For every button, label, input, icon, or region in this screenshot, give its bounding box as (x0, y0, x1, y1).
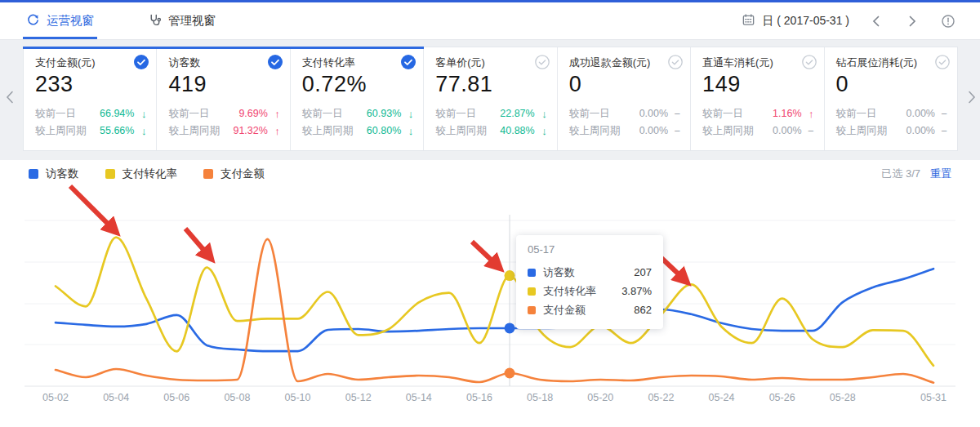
x-axis-label: 05-22 (648, 392, 674, 403)
tooltip-value: 207 (634, 263, 652, 282)
tooltip-row-visitors: 访客数 207 (528, 263, 652, 282)
metric-select-check-icon[interactable] (935, 55, 950, 69)
metric-card[interactable]: 直通车消耗(元) 149 较前一日1.16%↑较上周同期0.00%− (691, 47, 824, 150)
cards-scroll-left-button[interactable] (4, 90, 16, 108)
metric-select-check-icon[interactable] (535, 55, 550, 69)
change-value: 0.00% (639, 105, 668, 122)
calendar-icon (742, 13, 755, 29)
metric-card[interactable]: 钻石展位消耗(元) 0 较前一日0.00%−较上周同期0.00%− (825, 47, 957, 150)
metric-title: 客单价(元) (435, 56, 546, 69)
metric-value: 233 (35, 70, 146, 98)
x-axis-label: 05-04 (103, 392, 129, 403)
annotation-arrow (472, 242, 492, 260)
annotation-arrow (662, 258, 679, 274)
metric-change-row: 较前一日9.69%↑ (168, 105, 279, 122)
x-axis-label: 05-08 (224, 392, 250, 403)
metric-card[interactable]: 成功退款金额(元) 0 较前一日0.00%−较上周同期0.00%− (558, 47, 691, 150)
metric-change-row: 较上周同期0.00%− (836, 122, 947, 140)
tooltip-label: 支付转化率 (543, 282, 596, 300)
change-value: 9.69% (238, 105, 267, 122)
legend-item-visitors[interactable]: 访客数 (29, 167, 79, 181)
trend-line-chart: 05-0205-0405-0605-0805-1005-1205-1405-16… (0, 184, 980, 427)
metric-card[interactable]: 支付转化率 0.72% 较前一日60.93%↓较上周同期60.80%↓ (291, 47, 424, 150)
metric-change-row: 较上周同期60.80%↓ (302, 122, 413, 140)
tooltip-label: 访客数 (543, 263, 575, 282)
change-label: 较前一日 (836, 105, 877, 122)
change-value: 91.32% (233, 122, 267, 140)
metric-card[interactable]: 访客数 419 较前一日9.69%↑较上周同期91.32%↑ (157, 47, 290, 150)
metric-change-row: 较上周同期0.00%− (702, 122, 813, 140)
metric-changes: 较前一日0.00%−较上周同期0.00%− (836, 105, 947, 140)
legend-label: 支付转化率 (122, 167, 178, 181)
visitors-color-swatch (528, 269, 536, 277)
metric-change-row: 较前一日1.16%↑ (702, 105, 813, 122)
metric-title: 访客数 (168, 56, 279, 69)
arrow-up-icon: ↑ (802, 105, 814, 122)
x-axis-label: 05-10 (285, 392, 311, 403)
change-value: 0.00% (906, 122, 935, 140)
metric-change-row: 较上周同期91.32%↑ (168, 122, 279, 140)
metric-select-check-icon[interactable] (134, 55, 149, 69)
cards-scroll-right-button[interactable] (966, 90, 978, 108)
metric-changes: 较前一日1.16%↑较上周同期0.00%− (702, 105, 813, 140)
metric-change-row: 较前一日22.87%↓ (435, 105, 546, 122)
sync-circle-icon (26, 13, 40, 29)
metric-card[interactable]: 支付金额(元) 233 较前一日66.94%↓较上周同期55.66%↓ (24, 47, 157, 150)
change-value: 0.00% (773, 122, 801, 140)
x-axis-label: 05-20 (587, 392, 613, 403)
x-axis-label: 05-28 (830, 392, 856, 403)
metric-title: 钻石展位消耗(元) (836, 56, 947, 69)
change-label: 较前一日 (302, 105, 343, 122)
arrow-down-icon: ↓ (401, 122, 413, 140)
tab-operations-view[interactable]: 运营视窗 (23, 2, 97, 39)
change-value: 66.94% (100, 105, 134, 122)
metric-select-check-icon[interactable] (802, 55, 817, 69)
date-label: 日 ( 2017-05-31 ) (762, 14, 849, 29)
metric-change-row: 较前一日0.00%− (569, 105, 680, 122)
x-axis-label: 05-14 (406, 392, 432, 403)
metric-changes: 较前一日9.69%↑较上周同期91.32%↑ (168, 105, 279, 140)
change-label: 较上周同期 (435, 122, 487, 140)
reset-link[interactable]: 重置 (930, 167, 951, 181)
annotation-arrow (70, 186, 109, 225)
metric-change-row: 较上周同期0.00%− (569, 122, 680, 140)
metric-changes: 较前一日22.87%↓较上周同期40.88%↓ (435, 105, 546, 140)
metric-changes: 较前一日60.93%↓较上周同期60.80%↓ (302, 105, 413, 140)
metric-select-check-icon[interactable] (668, 55, 683, 69)
arrow-up-icon: ↑ (268, 105, 280, 122)
next-day-button[interactable] (903, 12, 921, 30)
tooltip-row-conversion: 支付转化率 3.87% (528, 282, 652, 300)
metric-title: 成功退款金额(元) (569, 56, 680, 69)
change-label: 较上周同期 (302, 122, 354, 140)
change-label: 较前一日 (569, 105, 610, 122)
info-icon[interactable] (939, 12, 957, 30)
metric-change-row: 较上周同期40.88%↓ (435, 122, 546, 140)
legend-item-conversion-rate[interactable]: 支付转化率 (105, 167, 178, 181)
metric-card[interactable]: 客单价(元) 77.81 较前一日22.87%↓较上周同期40.88%↓ (424, 47, 557, 150)
header-right-controls: 日 ( 2017-05-31 ) (742, 2, 957, 39)
previous-day-button[interactable] (867, 12, 885, 30)
arrow-up-icon: ↑ (268, 122, 280, 140)
legend-label: 支付金额 (220, 167, 265, 181)
x-axis-label: 05-02 (42, 392, 69, 403)
metric-value: 0.72% (302, 70, 413, 98)
conversion-color-swatch (528, 287, 536, 296)
tab-label: 管理视窗 (168, 13, 216, 29)
x-axis-label: 05-18 (527, 392, 553, 403)
legend-right-controls: 已选 3/7 重置 (881, 167, 980, 181)
tab-management-view[interactable]: 管理视窗 (145, 2, 219, 39)
change-value: 60.80% (367, 122, 401, 140)
change-label: 较上周同期 (702, 122, 754, 140)
date-picker[interactable]: 日 ( 2017-05-31 ) (742, 13, 849, 29)
metric-select-check-icon[interactable] (268, 55, 283, 69)
legend-item-payment-amount[interactable]: 支付金额 (203, 167, 265, 181)
top-navigation-bar: 运营视窗 管理视窗 日 ( 2017-05-31 ) (0, 0, 980, 40)
hover-dot-支付转化率 (505, 270, 515, 281)
metric-select-check-icon[interactable] (401, 55, 416, 69)
tooltip-label: 支付金额 (543, 300, 586, 319)
metric-value: 0 (836, 70, 947, 98)
change-label: 较前一日 (35, 105, 76, 122)
change-value: 60.93% (367, 105, 401, 122)
change-label: 较前一日 (168, 105, 209, 122)
change-value: 22.87% (500, 105, 534, 122)
